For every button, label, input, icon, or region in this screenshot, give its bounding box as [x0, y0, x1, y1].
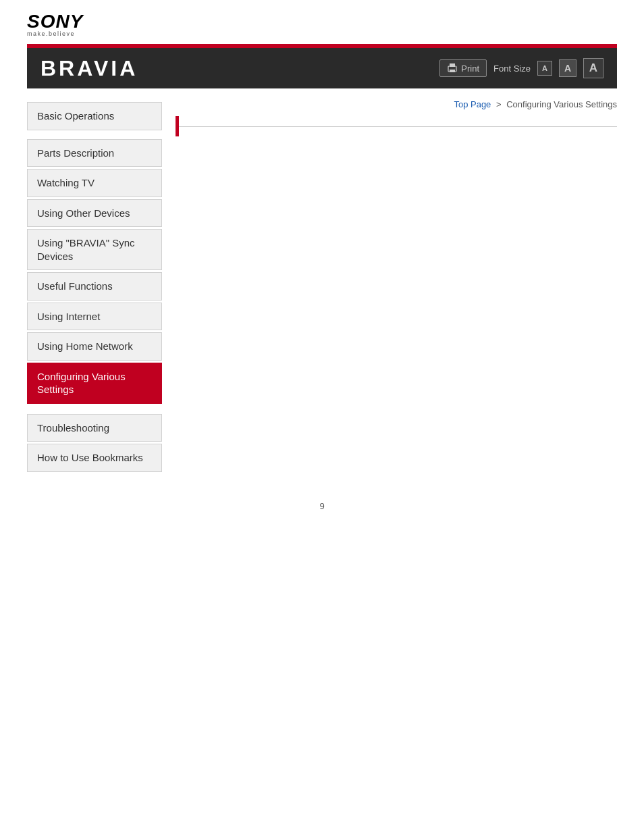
sidebar-label: Using Internet — [37, 310, 100, 323]
sidebar-item-using-internet[interactable]: Using Internet — [27, 303, 162, 331]
print-button[interactable]: Print — [439, 59, 487, 77]
print-label: Print — [461, 63, 479, 74]
sony-logo: SONY make.believe — [27, 12, 617, 37]
main-content: Top Page > Configuring Various Settings — [162, 95, 617, 474]
font-size-small-button[interactable]: A — [537, 61, 552, 76]
header-controls: Print Font Size A A A — [439, 58, 603, 78]
sony-tagline: make.believe — [27, 31, 617, 37]
bravia-title: BRAVIA — [41, 56, 138, 81]
sidebar-item-configuring-various-settings[interactable]: Configuring Various Settings — [27, 363, 162, 404]
breadcrumb-current: Configuring Various Settings — [506, 99, 617, 109]
sidebar-label: Using Other Devices — [37, 207, 130, 220]
breadcrumb: Top Page > Configuring Various Settings — [176, 95, 617, 116]
sidebar-label: Using Home Network — [37, 340, 133, 353]
content-area: Basic Operations Parts Description Watch… — [27, 88, 617, 474]
font-size-large-button[interactable]: A — [583, 58, 603, 78]
print-icon — [447, 63, 458, 74]
page-number: 9 — [0, 501, 644, 511]
sidebar-item-troubleshooting[interactable]: Troubleshooting — [27, 414, 162, 442]
sidebar: Basic Operations Parts Description Watch… — [27, 95, 162, 474]
sidebar-label: Using "BRAVIA" Sync Devices — [37, 236, 152, 263]
sidebar-label: How to Use Bookmarks — [37, 451, 143, 465]
sidebar-label: Basic Operations — [37, 109, 114, 123]
sidebar-label: Useful Functions — [37, 280, 113, 293]
sony-brand: SONY — [27, 12, 617, 31]
font-size-medium-button[interactable]: A — [559, 59, 576, 77]
main-header: BRAVIA Print Font Size A A A — [27, 48, 617, 88]
sidebar-label: Parts Description — [37, 147, 114, 160]
svg-rect-3 — [449, 68, 450, 69]
breadcrumb-top-page-link[interactable]: Top Page — [454, 99, 491, 109]
sidebar-item-using-bravia-sync[interactable]: Using "BRAVIA" Sync Devices — [27, 229, 162, 270]
sidebar-label: Troubleshooting — [37, 421, 109, 435]
sidebar-item-basic-operations[interactable]: Basic Operations — [27, 102, 162, 130]
sidebar-item-using-home-network[interactable]: Using Home Network — [27, 332, 162, 361]
sidebar-item-using-other-devices[interactable]: Using Other Devices — [27, 199, 162, 228]
logo-area: SONY make.believe — [0, 0, 644, 44]
sidebar-label: Watching TV — [37, 176, 95, 190]
svg-rect-2 — [450, 63, 455, 67]
sidebar-item-watching-tv[interactable]: Watching TV — [27, 169, 162, 197]
sidebar-label: Configuring Various Settings — [37, 370, 152, 396]
sidebar-item-how-to-use-bookmarks[interactable]: How to Use Bookmarks — [27, 444, 162, 472]
breadcrumb-separator: > — [496, 99, 502, 109]
font-size-label: Font Size — [493, 63, 531, 74]
sidebar-item-parts-description[interactable]: Parts Description — [27, 139, 162, 167]
svg-rect-1 — [450, 70, 455, 72]
sidebar-item-useful-functions[interactable]: Useful Functions — [27, 272, 162, 301]
